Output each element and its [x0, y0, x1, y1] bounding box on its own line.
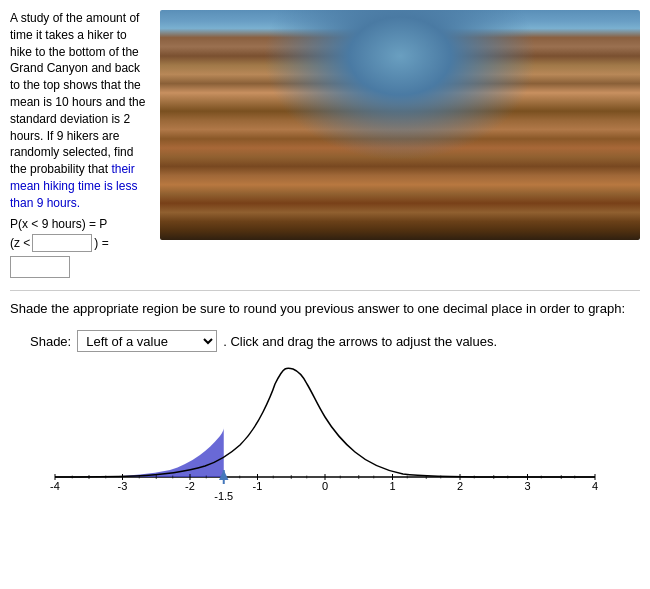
svg-text:4: 4 [592, 480, 598, 492]
svg-text:-1.5: -1.5 [214, 490, 233, 502]
problem-text: A study of the amount of time it takes a… [10, 10, 150, 278]
svg-text:2: 2 [457, 480, 463, 492]
svg-text:-1: -1 [253, 480, 263, 492]
svg-rect-1 [35, 362, 224, 522]
probability-answer-input[interactable] [10, 256, 70, 278]
svg-text:3: 3 [524, 480, 530, 492]
svg-text:-2: -2 [185, 480, 195, 492]
svg-text:0: 0 [322, 480, 328, 492]
shade-select[interactable]: Left of a value [77, 330, 217, 352]
shade-label: Shade: [30, 334, 71, 349]
svg-text:1: 1 [389, 480, 395, 492]
z-value-input[interactable] [32, 234, 92, 252]
svg-text:-3: -3 [118, 480, 128, 492]
canyon-image [160, 10, 640, 240]
click-drag-text: . Click and drag the arrows to adjust th… [223, 334, 497, 349]
normal-distribution-graph: -4 -3 -2 -1 0 1 2 3 [35, 362, 615, 522]
shade-instruction: Shade the appropriate region be sure to … [10, 301, 640, 316]
svg-text:-4: -4 [50, 480, 60, 492]
